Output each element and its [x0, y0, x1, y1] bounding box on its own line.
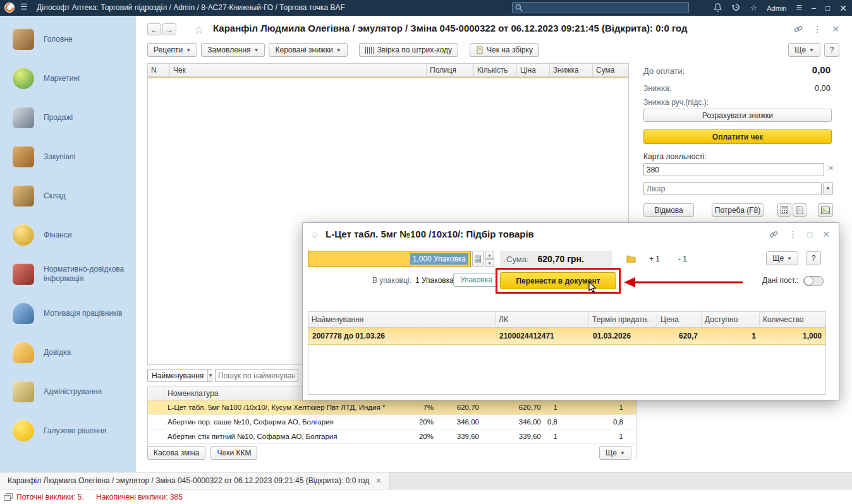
col-n[interactable]: N — [148, 64, 170, 76]
barcode-check-button[interactable]: Звірка по штрих-коду — [359, 43, 458, 57]
recipes-button[interactable]: Рецепти▼ — [147, 43, 197, 57]
need-f8-button[interactable]: Потреба (F8) — [712, 203, 764, 217]
col-available[interactable]: Доступно — [702, 313, 760, 326]
user-menu[interactable]: Admin — [767, 4, 786, 12]
modal-maximize-icon[interactable]: □ — [807, 230, 812, 239]
more-ellipsis-icon[interactable]: ⋮ — [788, 229, 797, 239]
kkm-checks-button[interactable]: Чеки ККМ — [210, 446, 257, 460]
pay-check-button[interactable]: Оплатити чек — [643, 129, 832, 144]
quantity-input[interactable]: 1,000 Упаковка — [308, 251, 471, 267]
service-menu-icon[interactable]: ☰ — [796, 4, 802, 11]
sidebar-item-sales[interactable]: Продажі — [0, 98, 136, 137]
global-search-input[interactable] — [512, 2, 689, 13]
maximize-button[interactable]: □ — [825, 4, 830, 13]
sidebar-item-marketing[interactable]: Маркетинг — [0, 59, 136, 98]
col-name[interactable]: Найменування — [308, 313, 496, 326]
to-pay-value: 0,00 — [742, 64, 831, 75]
link-icon[interactable] — [794, 25, 803, 33]
document-list-button[interactable] — [793, 203, 806, 217]
cash-shift-button[interactable]: Касова зміна — [147, 446, 205, 460]
history-icon[interactable] — [731, 3, 741, 13]
document-icon — [796, 206, 803, 214]
main-menu-icon[interactable]: ☰ — [20, 2, 28, 11]
sidebar-item-reference-info[interactable]: Нормативно-довідкова інформація — [0, 255, 136, 294]
forward-button[interactable]: → — [162, 23, 176, 35]
calculator-icon — [781, 206, 788, 214]
managed-discounts-button[interactable]: Керовані знижки▼ — [269, 43, 347, 57]
spin-down-icon[interactable]: ▼ — [485, 259, 494, 267]
clear-icon[interactable]: ✕ — [828, 164, 834, 172]
supplier-data-toggle[interactable] — [803, 276, 824, 286]
notifications-icon[interactable] — [714, 3, 722, 13]
product-search-input[interactable] — [215, 369, 298, 382]
close-button[interactable]: ✕ — [839, 3, 847, 13]
batch-table-header: Найменування ЛК Термін придатн. Цена Дос… — [308, 312, 825, 328]
col-marker[interactable] — [148, 387, 164, 400]
sidebar-item-administration[interactable]: Адміністрування — [0, 372, 136, 411]
windows-icon[interactable] — [4, 493, 13, 501]
doctor-dropdown-button[interactable]: ▼ — [823, 182, 833, 195]
col-shelf[interactable]: Полиця — [427, 64, 474, 76]
more-ellipsis-icon[interactable]: ⋮ — [813, 24, 822, 34]
favorite-star-icon[interactable]: ☆ — [194, 23, 204, 37]
doctor-input[interactable] — [643, 182, 822, 195]
card-image-button[interactable] — [818, 203, 833, 217]
quantity-stepper[interactable]: ▲ ▼ — [485, 251, 494, 267]
help-button[interactable]: ? — [824, 43, 839, 57]
col-qty[interactable]: Кількість — [474, 64, 517, 76]
search-field-selector[interactable]: Найменування ▼ — [147, 369, 213, 382]
sidebar-item-home[interactable]: Головне — [0, 20, 136, 59]
refuse-button[interactable]: Відмова — [643, 203, 694, 217]
plus-one-button[interactable]: + 1 — [649, 255, 660, 263]
col-price[interactable]: Ціна — [517, 64, 550, 76]
transfer-to-document-button[interactable]: Перенести в документ — [500, 272, 616, 289]
modal-more-button[interactable]: Ще▼ — [766, 251, 798, 265]
favorite-star-icon[interactable]: ☆ — [310, 229, 319, 241]
sidebar-item-finance[interactable]: Фінанси — [0, 215, 136, 255]
caret-down-icon: ▼ — [254, 47, 259, 53]
assembly-check-button[interactable]: Чек на збірку — [470, 43, 539, 57]
toggle-knob — [804, 276, 813, 285]
col-quantity[interactable]: Количество — [760, 313, 825, 326]
table-row[interactable]: 2007778 до 01.03.26 2100024412471 01.03.… — [308, 328, 825, 345]
folder-icon[interactable] — [626, 255, 636, 263]
app-logo[interactable] — [4, 2, 15, 13]
loyalty-card-input[interactable] — [643, 163, 824, 176]
home-icon — [13, 28, 34, 50]
modal-close-icon[interactable]: ✕ — [822, 229, 830, 239]
window-tab[interactable]: Каранфіл Людмила Олегівна / эмулятор / З… — [0, 472, 389, 489]
calculate-discounts-button[interactable]: Розрахувати знижки — [643, 109, 832, 122]
col-expiry[interactable]: Термін придатн. — [589, 313, 657, 326]
tab-close-icon[interactable]: ✕ — [375, 477, 381, 485]
caret-down-icon: ▼ — [336, 47, 341, 53]
col-check[interactable]: Чек — [170, 64, 427, 76]
minus-one-button[interactable]: - 1 — [678, 255, 687, 263]
sidebar-item-warehouse[interactable]: Склад — [0, 176, 136, 215]
sidebar-item-purchases[interactable]: Закупівлі — [0, 137, 136, 176]
sidebar-item-staff-motivation[interactable]: Мотивація працівників — [0, 294, 136, 333]
back-button[interactable]: ← — [147, 23, 161, 35]
col-price[interactable]: Цена — [657, 313, 702, 326]
sidebar-item-help[interactable]: Довідка — [0, 333, 136, 372]
table-row[interactable]: Абертин пор. саше №10, Софарма АО, Болга… — [148, 415, 636, 429]
modal-help-button[interactable]: ? — [806, 251, 821, 265]
table-row[interactable]: Абертин стік питний №10, Софарма АО, Бол… — [148, 429, 636, 444]
spin-up-icon[interactable]: ▲ — [485, 251, 494, 259]
favorites-star-icon[interactable]: ☆ — [750, 4, 758, 12]
minimize-button[interactable]: – — [812, 4, 816, 13]
table-row[interactable]: L-Цет табл. 5мг №100 /10х10/, Кусум Хелт… — [148, 400, 636, 415]
col-lk[interactable]: ЛК — [496, 313, 589, 326]
orders-button[interactable]: Замовлення▼ — [201, 43, 265, 57]
batch-table[interactable]: Найменування ЛК Термін придатн. Цена Дос… — [308, 311, 826, 395]
sidebar-item-industry-solution[interactable]: Галузеве рішення — [0, 411, 136, 450]
manual-discount-label: Знижка руч.(підс.): — [643, 98, 709, 107]
document-close-icon[interactable]: ✕ — [832, 24, 839, 34]
link-icon[interactable] — [769, 230, 778, 239]
bottom-more-button[interactable]: Ще▼ — [599, 446, 631, 460]
col-sum[interactable]: Сума — [593, 64, 628, 76]
more-button[interactable]: Ще▼ — [788, 43, 820, 57]
pack-badge[interactable]: Упаковка — [453, 273, 499, 287]
calculator-button[interactable] — [472, 251, 484, 267]
col-discount[interactable]: Знижка — [550, 64, 593, 76]
calculator-button[interactable] — [777, 203, 791, 217]
